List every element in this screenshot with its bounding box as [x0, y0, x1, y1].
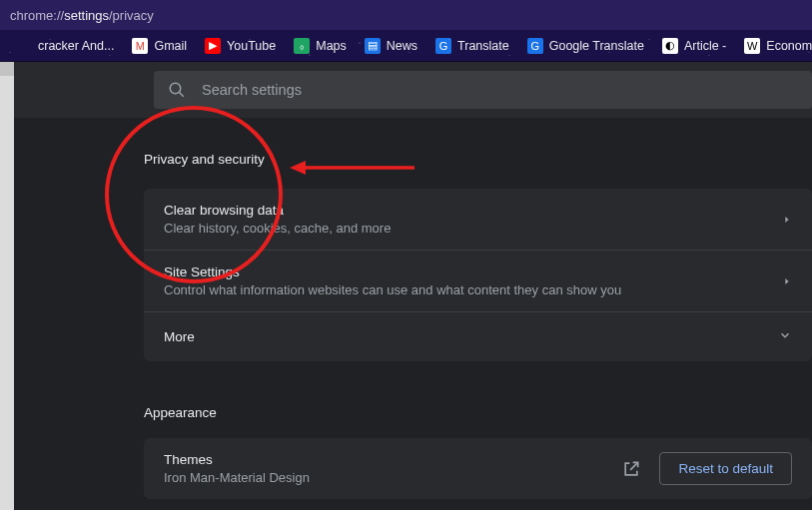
bookmark-item[interactable]: GTranslate [429, 34, 515, 58]
bookmark-favicon: ▤ [365, 38, 381, 54]
search-settings-input[interactable]: Search settings [154, 71, 812, 109]
svg-line-1 [179, 92, 184, 97]
themes-title: Themes [164, 452, 603, 467]
open-external-icon[interactable] [621, 459, 641, 479]
bookmark-favicon: ⬨ [294, 38, 310, 54]
bookmark-favicon: G [527, 38, 543, 54]
bookmark-item[interactable]: ⬨Maps [288, 34, 353, 58]
chevron-right-icon [782, 270, 792, 291]
reset-to-default-button[interactable]: Reset to default [659, 452, 792, 485]
content-area: Search settings Privacy and security Cle… [14, 62, 812, 510]
bookmarks-bar: cracker And...MGmail▶YouTube⬨Maps▤NewsGT… [0, 30, 812, 62]
settings-body: Search settings Privacy and security Cle… [0, 62, 812, 510]
settings-row[interactable]: Clear browsing dataClear history, cookie… [144, 189, 812, 251]
bookmark-label: Gmail [154, 39, 187, 53]
bookmark-favicon: G [435, 38, 451, 54]
bookmark-favicon [16, 38, 32, 54]
appearance-section-heading: Appearance [144, 405, 812, 420]
bookmark-label: Article - [684, 39, 726, 53]
settings-row-subtitle: Control what information websites can us… [164, 282, 782, 297]
settings-row-title: Clear browsing data [164, 203, 782, 218]
bookmark-label: Economic impact of. [766, 39, 812, 53]
bookmark-favicon: M [132, 38, 148, 54]
settings-row-text: Site SettingsControl what information we… [164, 264, 782, 297]
settings-row-text: Clear browsing dataClear history, cookie… [164, 203, 782, 236]
main-content: Privacy and security Clear browsing data… [14, 118, 812, 499]
settings-row-title: More [164, 329, 778, 344]
privacy-section-heading: Privacy and security [144, 152, 812, 167]
settings-row-text: More [164, 329, 778, 344]
bookmark-item[interactable]: ▤News [359, 34, 423, 58]
themes-subtitle: Iron Man-Material Design [164, 470, 603, 485]
settings-row[interactable]: More [144, 312, 812, 361]
vertical-scrollbar[interactable] [0, 62, 14, 510]
bookmark-label: cracker And... [38, 39, 114, 53]
themes-text: Themes Iron Man-Material Design [164, 452, 603, 485]
themes-row[interactable]: Themes Iron Man-Material Design Reset to… [144, 438, 812, 499]
chevron-down-icon [778, 326, 792, 347]
settings-row-subtitle: Clear history, cookies, cache, and more [164, 221, 782, 236]
bookmark-favicon: W [744, 38, 760, 54]
main-scroll: Privacy and security Clear browsing data… [14, 118, 812, 510]
search-placeholder: Search settings [202, 82, 302, 98]
bookmark-item[interactable]: cracker And... [10, 34, 120, 58]
bookmark-label: Google Translate [549, 39, 644, 53]
url-prefix: chrome:// [10, 8, 64, 23]
settings-row-title: Site Settings [164, 264, 782, 279]
bookmark-item[interactable]: GGoogle Translate [521, 34, 650, 58]
address-bar[interactable]: chrome://settings/privacy [0, 0, 812, 30]
bookmark-favicon: ▶ [205, 38, 221, 54]
svg-marker-2 [785, 217, 788, 223]
bookmark-item[interactable]: ▶YouTube [199, 34, 282, 58]
scrollbar-thumb[interactable] [0, 62, 14, 76]
bookmark-item[interactable]: ◐Article - [656, 34, 732, 58]
settings-row[interactable]: Site SettingsControl what information we… [144, 251, 812, 312]
bookmark-label: YouTube [227, 39, 276, 53]
bookmark-item[interactable]: WEconomic impact of. [738, 34, 812, 58]
bookmark-label: Translate [457, 39, 509, 53]
svg-point-0 [170, 83, 181, 94]
privacy-card: Clear browsing dataClear history, cookie… [144, 189, 812, 361]
url-suffix: /privacy [109, 8, 154, 23]
search-icon [168, 81, 186, 99]
bookmark-label: News [387, 39, 417, 53]
url-path-bold: settings [64, 8, 109, 23]
bookmark-label: Maps [316, 39, 347, 53]
search-row: Search settings [14, 62, 812, 118]
svg-marker-3 [785, 278, 788, 284]
chevron-right-icon [782, 209, 792, 230]
bookmark-item[interactable]: MGmail [126, 34, 193, 58]
bookmark-favicon: ◐ [662, 38, 678, 54]
